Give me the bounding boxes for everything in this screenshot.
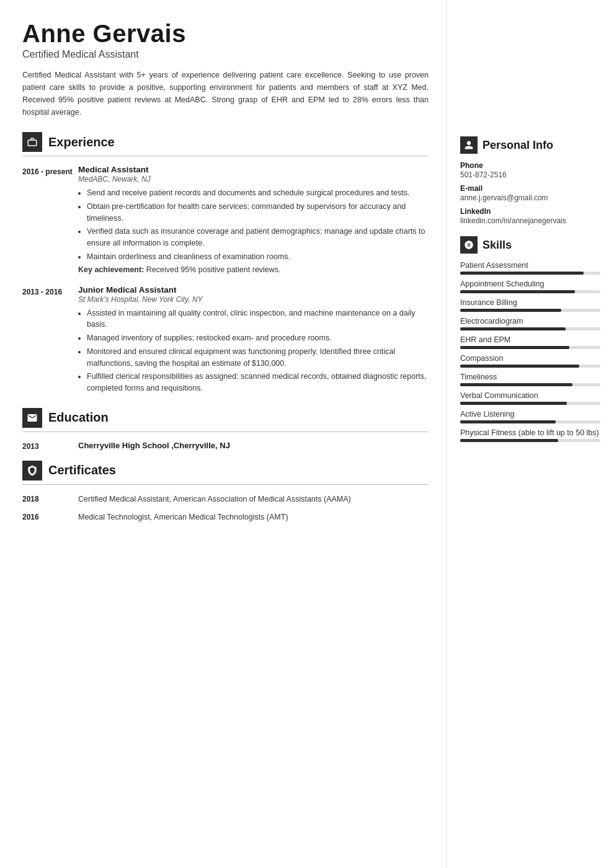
certificates-title: Certificates: [48, 463, 116, 477]
certificates-section: Certificates 2018 Certified Medical Assi…: [22, 461, 429, 523]
personal-info-header: Personal Info: [460, 136, 600, 154]
skills-title: Skills: [483, 239, 512, 252]
skill-item-0: Patient Assessment: [460, 261, 600, 275]
cert-year-1: 2018: [22, 494, 78, 505]
skill-bar-bg-1: [460, 290, 600, 293]
personal-info-block: Phone 501-872-2516 E-mail anne.j.gervais…: [460, 161, 600, 225]
skill-item-6: Timeliness: [460, 373, 600, 386]
main-column: Anne Gervais Certified Medical Assistant…: [0, 0, 447, 868]
bullet-2-3: Fulfilled clerical responsibilities as a…: [87, 371, 429, 394]
email-label: E-mail: [460, 184, 600, 193]
exp-bullets-2: Assisted in maintaining all quality cont…: [87, 308, 429, 394]
exp-content-1: Medical Assistant MedABC, Newark, NJ Sen…: [78, 165, 429, 274]
personal-info-icon: [460, 136, 478, 154]
experience-section-header: Experience: [22, 132, 429, 156]
exp-job-title-2: Junior Medical Assistant: [78, 285, 429, 294]
skills-header: Skills: [460, 236, 600, 254]
resume-title: Certified Medical Assistant: [22, 49, 429, 60]
education-entry-1: 2013 Cherryville High School ,Cherryvill…: [22, 441, 429, 451]
edu-year-1: 2013: [22, 441, 78, 451]
certificates-svg: [27, 465, 38, 476]
exp-dates-1: 2016 - present: [22, 165, 78, 274]
skill-item-8: Active Listening: [460, 410, 600, 423]
education-icon: [22, 408, 42, 428]
experience-title: Experience: [48, 135, 115, 149]
skills-svg: [464, 240, 474, 250]
exp-company-2: St Mark's Hospital, New York City, NY: [78, 295, 429, 304]
bullet-1-0: Send and receive patient records and doc…: [87, 187, 429, 199]
bullet-2-1: Managed inventory of supplies; restocked…: [87, 332, 429, 344]
skill-label-2: Insurance Billing: [460, 298, 600, 307]
edu-school-1: Cherryville High School ,Cherryville, NJ: [78, 441, 230, 451]
cert-desc-2: Medical Technologist, American Medical T…: [78, 512, 288, 523]
skill-item-2: Insurance Billing: [460, 298, 600, 312]
skill-label-3: Electrocardiogram: [460, 317, 600, 326]
skill-label-8: Active Listening: [460, 410, 600, 418]
linkedin-value: linkedin.com/in/annejanegervais: [460, 216, 600, 225]
exp-achievement-1: Key achievement: Received 95% positive p…: [78, 265, 429, 274]
exp-job-title-1: Medical Assistant: [78, 165, 429, 174]
skill-item-1: Appointment Scheduling: [460, 280, 600, 293]
skill-bar-fill-1: [460, 290, 575, 293]
skill-bar-bg-8: [460, 420, 600, 423]
skill-label-1: Appointment Scheduling: [460, 280, 600, 288]
education-section: Education 2013 Cherryville High School ,…: [22, 408, 429, 451]
skill-bar-bg-0: [460, 272, 600, 275]
skill-bar-fill-4: [460, 346, 569, 349]
exp-dates-2: 2013 - 2016: [22, 285, 78, 397]
email-value: anne.j.gervais@gmail.com: [460, 193, 600, 202]
skill-label-6: Timeliness: [460, 373, 600, 381]
header: Anne Gervais Certified Medical Assistant…: [22, 20, 429, 118]
bullet-1-1: Obtain pre-certification for health care…: [87, 201, 429, 224]
skill-bar-bg-6: [460, 383, 600, 386]
education-svg: [27, 412, 38, 423]
certificates-section-header: Certificates: [22, 461, 429, 485]
skill-bar-fill-2: [460, 309, 561, 312]
bullet-1-3: Maintain orderliness and cleanliness of …: [87, 251, 429, 263]
bullet-2-2: Monitored and ensured clinical equipment…: [87, 346, 429, 370]
skill-item-4: EHR and EPM: [460, 335, 600, 349]
skill-bar-bg-7: [460, 402, 600, 405]
skill-label-7: Verbal Communication: [460, 391, 600, 400]
cert-entry-2: 2016 Medical Technologist, American Medi…: [22, 512, 429, 523]
skill-bar-bg-5: [460, 365, 600, 368]
phone-label: Phone: [460, 161, 600, 170]
skill-bar-fill-0: [460, 272, 584, 275]
skill-item-7: Verbal Communication: [460, 391, 600, 405]
skill-item-9: Physical Fitness (able to lift up to 50 …: [460, 428, 600, 442]
personal-info-title: Personal Info: [483, 139, 553, 152]
resume-name: Anne Gervais: [22, 20, 429, 48]
bullet-1-2: Verified data such as insurance coverage…: [87, 226, 429, 249]
briefcase-svg: [27, 136, 38, 148]
skill-bar-bg-4: [460, 346, 600, 349]
person-svg: [464, 140, 474, 150]
side-column: Personal Info Phone 501-872-2516 E-mail …: [447, 0, 614, 868]
skill-bar-fill-7: [460, 402, 567, 405]
cert-desc-1: Certified Medical Assistant, American As…: [78, 494, 351, 505]
skill-bar-fill-6: [460, 383, 572, 386]
skill-item-3: Electrocardiogram: [460, 317, 600, 330]
skill-bar-fill-3: [460, 327, 566, 330]
skill-bar-bg-2: [460, 309, 600, 312]
cert-year-2: 2016: [22, 512, 78, 523]
exp-content-2: Junior Medical Assistant St Mark's Hospi…: [78, 285, 429, 397]
education-section-header: Education: [22, 408, 429, 432]
experience-section: Experience 2016 - present Medical Assist…: [22, 132, 429, 397]
skill-label-4: EHR and EPM: [460, 335, 600, 344]
skill-bar-bg-9: [460, 439, 600, 442]
skill-bar-bg-3: [460, 327, 600, 330]
experience-icon: [22, 132, 42, 152]
skill-label-5: Compassion: [460, 354, 600, 363]
exp-bullets-1: Send and receive patient records and doc…: [87, 187, 429, 263]
certificates-icon: [22, 461, 42, 480]
skill-item-5: Compassion: [460, 354, 600, 368]
skills-list: Patient Assessment Appointment Schedulin…: [460, 261, 600, 442]
linkedin-label: LinkedIn: [460, 207, 600, 216]
skill-label-9: Physical Fitness (able to lift up to 50 …: [460, 428, 600, 437]
experience-entry-2: 2013 - 2016 Junior Medical Assistant St …: [22, 285, 429, 397]
personal-info-section: Personal Info Phone 501-872-2516 E-mail …: [460, 136, 600, 225]
skill-label-0: Patient Assessment: [460, 261, 600, 270]
experience-entry-1: 2016 - present Medical Assistant MedABC,…: [22, 165, 429, 274]
skills-section: Skills Patient Assessment Appointment Sc…: [460, 236, 600, 442]
cert-entry-1: 2018 Certified Medical Assistant, Americ…: [22, 494, 429, 505]
